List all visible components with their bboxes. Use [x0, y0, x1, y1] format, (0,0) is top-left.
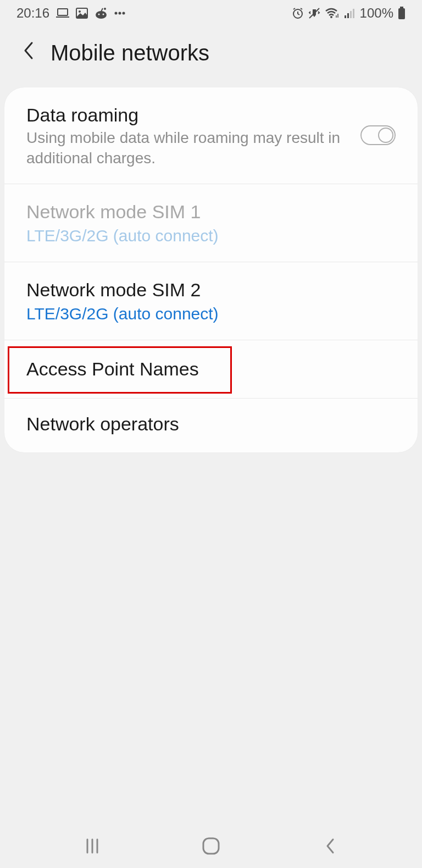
home-button[interactable]	[195, 832, 227, 860]
svg-point-10	[123, 12, 125, 15]
data-roaming-sub: Using mobile data while roaming may resu…	[26, 128, 349, 168]
wifi-icon	[325, 8, 339, 19]
svg-point-9	[119, 12, 121, 15]
navigation-bar	[0, 824, 422, 868]
recents-button[interactable]	[76, 832, 109, 860]
network-mode-sim2-row[interactable]: Network mode SIM 2 LTE/3G/2G (auto conne…	[4, 262, 418, 340]
svg-rect-17	[353, 9, 354, 18]
status-left: 20:16	[16, 5, 125, 21]
sim1-title: Network mode SIM 1	[26, 200, 396, 224]
svg-point-7	[104, 8, 106, 10]
svg-point-4	[96, 11, 107, 19]
status-time: 20:16	[16, 5, 49, 21]
nav-back-button[interactable]	[313, 832, 346, 860]
svg-rect-1	[56, 16, 69, 18]
svg-point-3	[79, 10, 81, 13]
sim2-title: Network mode SIM 2	[26, 278, 396, 302]
more-icon	[114, 12, 125, 15]
status-right: 100%	[292, 5, 406, 21]
svg-point-6	[103, 14, 104, 15]
alarm-icon	[292, 7, 304, 19]
data-roaming-toggle[interactable]	[360, 125, 396, 145]
sim1-sub: LTE/3G/2G (auto connect)	[26, 225, 396, 246]
laptop-icon	[56, 8, 69, 19]
svg-rect-19	[398, 8, 405, 19]
settings-card: Data roaming Using mobile data while roa…	[4, 87, 418, 452]
svg-rect-14	[345, 15, 346, 18]
svg-rect-15	[347, 13, 349, 18]
apn-row[interactable]: Access Point Names	[4, 340, 418, 398]
apn-title: Access Point Names	[26, 357, 396, 381]
svg-rect-0	[58, 9, 68, 15]
svg-rect-23	[203, 838, 219, 854]
gallery-icon	[76, 8, 88, 19]
svg-point-13	[330, 16, 332, 18]
status-bar: 20:16 100%	[0, 0, 422, 24]
battery-text: 100%	[360, 5, 393, 21]
svg-point-8	[115, 12, 118, 15]
sim2-sub: LTE/3G/2G (auto connect)	[26, 303, 396, 324]
svg-rect-16	[350, 11, 352, 18]
back-button[interactable]	[22, 41, 34, 65]
network-mode-sim1-row: Network mode SIM 1 LTE/3G/2G (auto conne…	[4, 184, 418, 262]
svg-point-5	[98, 14, 100, 15]
vibrate-icon	[308, 7, 320, 19]
signal-icon	[343, 8, 356, 19]
reddit-icon	[95, 7, 108, 19]
battery-icon	[398, 7, 406, 20]
svg-rect-18	[400, 7, 403, 8]
network-operators-row[interactable]: Network operators	[4, 399, 418, 452]
page-header: Mobile networks	[0, 24, 422, 87]
page-title: Mobile networks	[51, 41, 209, 65]
operators-title: Network operators	[26, 412, 396, 436]
data-roaming-row[interactable]: Data roaming Using mobile data while roa…	[4, 87, 418, 184]
data-roaming-title: Data roaming	[26, 103, 349, 127]
